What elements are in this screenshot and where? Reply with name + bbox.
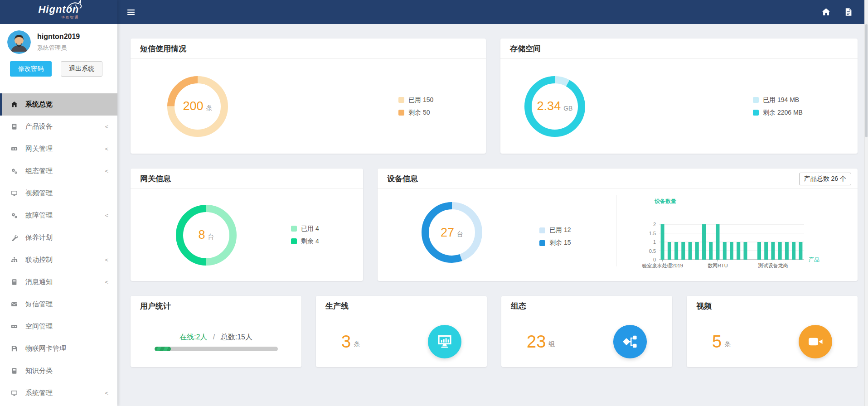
total-count: 总数:15人 <box>221 333 252 341</box>
sidebar-item-maintenance-plan[interactable]: 保养计划 <box>0 227 117 249</box>
sidebar-item-label: 故障管理 <box>25 211 53 220</box>
video-card-title: 视频 <box>696 301 712 311</box>
sidebar-item-label: 系统总览 <box>25 100 53 109</box>
home-icon <box>11 101 22 108</box>
production-card-title: 生产线 <box>325 301 349 311</box>
cogs-icon <box>11 212 22 219</box>
gateway-card-title: 网关信息 <box>140 174 171 184</box>
sidebar-item-linkage-control[interactable]: 联动控制< <box>0 249 117 271</box>
user-info: hignton2019 系统管理员 <box>37 33 80 52</box>
sidebar-item-label: 视频管理 <box>25 189 53 198</box>
top-navbar <box>117 0 868 24</box>
gateway-legend: 已用 4剩余 4 <box>291 225 319 246</box>
users-online-total-label: 在线:2人 / 总数:15人 <box>179 333 252 342</box>
online-count: 在线:2人 <box>179 333 207 341</box>
sidebar-item-fault-management[interactable]: 故障管理< <box>0 204 117 227</box>
chevron-icon: < <box>105 168 108 174</box>
sidebar-item-space-management[interactable]: 空间管理 <box>0 315 117 338</box>
sidebar-item-sms-management[interactable]: 短信管理 <box>0 293 117 315</box>
floppy-icon <box>11 345 22 352</box>
logout-button[interactable]: 退出系统 <box>61 61 102 77</box>
progressbar-fill <box>155 347 171 351</box>
svg-text:1.5: 1.5 <box>649 231 656 236</box>
home-icon[interactable] <box>822 8 830 16</box>
scrollbar-thumb[interactable] <box>865 24 868 137</box>
product-total-badge[interactable]: 产品总数 26 个 <box>799 173 851 185</box>
legend-label: 剩余 4 <box>301 237 319 246</box>
device-donut-chart: 27台 <box>418 198 486 266</box>
video-camera-icon <box>807 333 824 350</box>
sidebar-item-knowledge-category[interactable]: 知识分类 <box>0 360 117 382</box>
legend-label: 已用 12 <box>549 226 571 234</box>
sidebar-item-label: 网关管理 <box>25 145 53 153</box>
page-scrollbar[interactable] <box>864 0 868 406</box>
row-3: 用户统计 在线:2人 / 总数:15人 <box>131 296 858 367</box>
document-icon[interactable] <box>844 8 853 16</box>
sidebar-item-label: 消息通知 <box>25 278 53 286</box>
legend-swatch <box>753 110 759 116</box>
legend-swatch <box>753 97 759 103</box>
donut-center-value: 8 <box>198 228 205 242</box>
legend-item[interactable]: 剩余 15 <box>539 239 571 247</box>
device-card-title: 设备信息 <box>387 174 418 184</box>
sidebar-item-label: 系统管理 <box>25 389 53 397</box>
scada-icon-badge <box>613 325 647 358</box>
sms-donut-chart: 200条 <box>164 72 232 140</box>
sidebar-item-iot-card-management[interactable]: 物联网卡管理 <box>0 338 117 360</box>
chevron-icon: < <box>105 279 108 285</box>
logo: Hignton 华辰智通 <box>0 0 117 24</box>
legend-item[interactable]: 已用 194 MB <box>753 96 803 104</box>
sidebar-item-system-overview[interactable]: 系统总览 <box>0 93 117 116</box>
device-info-card: 设备信息 产品总数 26 个 27台 已用 12剩余 15 设备数量00.511… <box>378 169 858 281</box>
legend-swatch <box>398 97 404 103</box>
legend-swatch <box>291 238 297 244</box>
chevron-icon: < <box>105 390 108 396</box>
legend-item[interactable]: 剩余 50 <box>398 109 433 117</box>
sidebar-item-label: 知识分类 <box>25 367 53 375</box>
svg-text:测试设备龙岗: 测试设备龙岗 <box>758 263 788 268</box>
chevron-icon: < <box>105 123 108 130</box>
donut-center-label: 2.34GB <box>521 72 589 140</box>
sidebar-item-system-management[interactable]: 系统管理< <box>0 382 117 404</box>
legend-item[interactable]: 已用 4 <box>291 225 319 233</box>
book-icon <box>11 279 22 285</box>
avatar <box>7 30 31 54</box>
video-card: 视频 5 条 <box>687 296 858 367</box>
row-1: 短信使用情况 200条 已用 150剩余 50 存储空间 2.34GB 已用 1… <box>131 39 858 154</box>
svg-text:0.5: 0.5 <box>649 248 656 254</box>
sidebar-item-product-device[interactable]: 产品设备< <box>0 116 117 138</box>
legend-item[interactable]: 剩余 4 <box>291 237 319 246</box>
donut-center-unit: GB <box>563 105 572 112</box>
brand-subtitle: 华辰智通 <box>38 15 79 20</box>
book-icon <box>11 367 22 374</box>
change-password-button[interactable]: 修改密码 <box>10 61 52 77</box>
svg-text:设备数量: 设备数量 <box>654 198 676 204</box>
logo-inner: Hignton 华辰智通 <box>38 5 79 20</box>
bar-chart-svg: 设备数量00.511.52验室废水处理2019数网RTU测试设备龙岗产品 <box>645 196 827 271</box>
scada-count: 23 <box>527 333 546 350</box>
desktop-icon <box>11 390 22 396</box>
users-card-title: 用户统计 <box>140 301 171 311</box>
svg-text:产品: 产品 <box>809 256 820 263</box>
sidebar-toggle-hamburger-icon[interactable] <box>127 8 135 16</box>
donut-center-unit: 台 <box>208 233 214 241</box>
sidebar-item-gateway-management[interactable]: 网关管理< <box>0 138 117 160</box>
legend-item[interactable]: 已用 150 <box>398 96 433 104</box>
sidebar-item-video-management[interactable]: 视频管理 <box>0 182 117 204</box>
storage-card: 存储空间 2.34GB 已用 194 MB剩余 2206 MB <box>500 39 858 154</box>
legend-item[interactable]: 已用 12 <box>539 226 571 234</box>
donut-center-value: 27 <box>441 226 454 240</box>
legend-item[interactable]: 剩余 2206 MB <box>753 109 803 117</box>
envelope-icon <box>11 301 22 308</box>
video-camera-icon-badge <box>799 325 832 358</box>
chevron-icon: < <box>105 256 108 263</box>
sidebar-item-scada-management[interactable]: 组态管理< <box>0 160 117 182</box>
donut-center-label: 27台 <box>418 198 486 266</box>
sms-card-title: 短信使用情况 <box>140 44 186 54</box>
sidebar-menu: 系统总览产品设备<网关管理<组态管理<视频管理故障管理<保养计划联动控制<消息通… <box>0 93 117 406</box>
legend-label: 已用 150 <box>408 96 433 104</box>
scada-card-title: 组态 <box>511 301 526 311</box>
sidebar-item-message-notification[interactable]: 消息通知< <box>0 271 117 293</box>
vertical-divider <box>616 195 616 266</box>
legend-label: 剩余 15 <box>549 239 571 247</box>
